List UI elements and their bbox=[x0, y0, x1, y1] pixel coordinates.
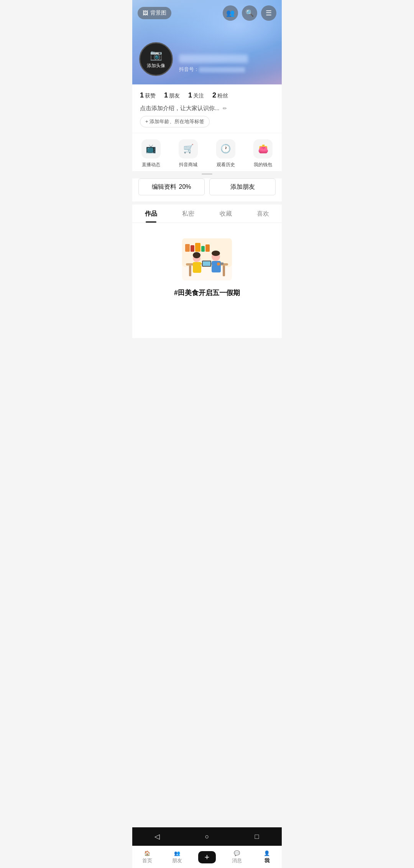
content-illustration bbox=[182, 238, 232, 281]
menu-icon-btn[interactable]: ☰ bbox=[261, 5, 276, 21]
svg-rect-9 bbox=[223, 266, 225, 276]
friends-icon: 👥 bbox=[226, 9, 235, 17]
bio-content: 点击添加介绍，让大家认识你... bbox=[140, 105, 220, 112]
user-info: 抖音号： bbox=[179, 54, 248, 76]
add-friend-button[interactable]: 添加朋友 bbox=[209, 178, 276, 195]
bio-text[interactable]: 点击添加介绍，让大家认识你... ✏ bbox=[140, 105, 274, 112]
svg-point-12 bbox=[193, 252, 200, 258]
shortcut-wallet[interactable]: 👛 我的钱包 bbox=[253, 139, 273, 168]
svg-rect-6 bbox=[205, 244, 210, 252]
stat-following[interactable]: 1 关注 bbox=[188, 91, 204, 99]
followers-label: 粉丝 bbox=[217, 92, 228, 99]
shortcut-shop[interactable]: 🛒 抖音商城 bbox=[179, 139, 198, 168]
stat-followers[interactable]: 2 粉丝 bbox=[212, 91, 228, 99]
edit-profile-label: 编辑资料 bbox=[152, 183, 176, 191]
camera-icon: 📷 bbox=[150, 49, 162, 61]
douyin-id-value bbox=[199, 67, 245, 73]
tab-works-label: 作品 bbox=[145, 210, 157, 217]
bg-button[interactable]: 🖼 背景图 bbox=[138, 7, 171, 19]
action-buttons: 编辑资料 20% 添加朋友 bbox=[132, 178, 282, 201]
svg-point-19 bbox=[217, 262, 220, 266]
add-friend-label: 添加朋友 bbox=[230, 183, 255, 191]
shortcut-live[interactable]: 📺 直播动态 bbox=[141, 139, 161, 168]
svg-rect-8 bbox=[189, 266, 191, 276]
content-tag: #田美食开启五一假期 bbox=[174, 288, 240, 297]
add-tags-button[interactable]: + 添加年龄、所在地等标签 bbox=[140, 116, 210, 127]
shop-label: 抖音商城 bbox=[179, 162, 197, 168]
tab-favorites[interactable]: 收藏 bbox=[207, 205, 245, 223]
svg-point-15 bbox=[212, 251, 220, 256]
shop-icon: 🛒 bbox=[179, 139, 198, 158]
search-icon: 🔍 bbox=[245, 9, 254, 17]
live-icon: 📺 bbox=[141, 139, 161, 158]
svg-rect-4 bbox=[195, 243, 200, 252]
history-label: 观看历史 bbox=[217, 162, 235, 168]
tab-private-label: 私密 bbox=[182, 210, 194, 217]
douyin-id: 抖音号： bbox=[179, 66, 248, 73]
avatar-area: 📷 添加头像 抖音号： bbox=[139, 42, 248, 76]
svg-rect-18 bbox=[203, 261, 210, 266]
followers-count: 2 bbox=[212, 91, 216, 99]
history-icon: 🕐 bbox=[216, 139, 235, 158]
tab-likes[interactable]: 喜欢 bbox=[245, 205, 282, 223]
scroll-indicator bbox=[202, 173, 212, 175]
svg-rect-2 bbox=[185, 244, 190, 252]
menu-icon: ☰ bbox=[266, 9, 272, 17]
svg-rect-14 bbox=[212, 261, 221, 272]
following-count: 1 bbox=[188, 91, 192, 99]
svg-rect-20 bbox=[220, 262, 223, 265]
avatar-label: 添加头像 bbox=[147, 63, 165, 69]
tab-favorites-label: 收藏 bbox=[220, 210, 232, 217]
tabs-bar: 作品 私密 收藏 喜欢 bbox=[132, 205, 282, 223]
stat-likes[interactable]: 1 获赞 bbox=[140, 91, 156, 99]
profile-hero: 🖼 背景图 👥 🔍 ☰ 📷 添加头像 bbox=[132, 0, 282, 84]
top-icons: 👥 🔍 ☰ bbox=[223, 5, 276, 21]
shortcuts-section: 📺 直播动态 🛒 抖音商城 🕐 观看历史 👛 我的钱包 bbox=[132, 133, 282, 171]
edit-profile-percent: 20% bbox=[179, 183, 191, 190]
search-icon-btn[interactable]: 🔍 bbox=[242, 5, 257, 21]
svg-rect-3 bbox=[191, 245, 194, 252]
following-label: 关注 bbox=[193, 92, 204, 99]
edit-profile-button[interactable]: 编辑资料 20% bbox=[138, 178, 205, 195]
content-area: #田美食开启五一假期 bbox=[132, 223, 282, 338]
top-bar: 🖼 背景图 👥 🔍 ☰ bbox=[132, 5, 282, 21]
edit-icon: ✏ bbox=[223, 106, 227, 111]
friends-icon-btn[interactable]: 👥 bbox=[223, 5, 238, 21]
svg-rect-11 bbox=[193, 262, 201, 273]
tab-likes-label: 喜欢 bbox=[257, 210, 269, 217]
likes-label: 获赞 bbox=[145, 92, 156, 99]
wallet-label: 我的钱包 bbox=[254, 162, 272, 168]
bg-button-label: 背景图 bbox=[150, 10, 166, 17]
svg-rect-5 bbox=[201, 246, 205, 252]
stats-section: 1 获赞 1 朋友 1 关注 2 粉丝 bbox=[132, 84, 282, 105]
friends-count: 1 bbox=[164, 91, 168, 99]
wallet-icon: 👛 bbox=[253, 139, 273, 158]
username bbox=[179, 54, 248, 63]
stat-friends[interactable]: 1 朋友 bbox=[164, 91, 180, 99]
likes-count: 1 bbox=[140, 91, 144, 99]
shortcut-history[interactable]: 🕐 观看历史 bbox=[216, 139, 235, 168]
tab-private[interactable]: 私密 bbox=[170, 205, 207, 223]
bio-section: 点击添加介绍，让大家认识你... ✏ + 添加年龄、所在地等标签 bbox=[132, 105, 282, 133]
live-label: 直播动态 bbox=[142, 162, 160, 168]
tab-works[interactable]: 作品 bbox=[132, 205, 170, 223]
add-tags-label: + 添加年龄、所在地等标签 bbox=[145, 118, 204, 125]
friends-label: 朋友 bbox=[169, 92, 180, 99]
avatar[interactable]: 📷 添加头像 bbox=[139, 42, 173, 76]
image-icon: 🖼 bbox=[143, 10, 148, 16]
